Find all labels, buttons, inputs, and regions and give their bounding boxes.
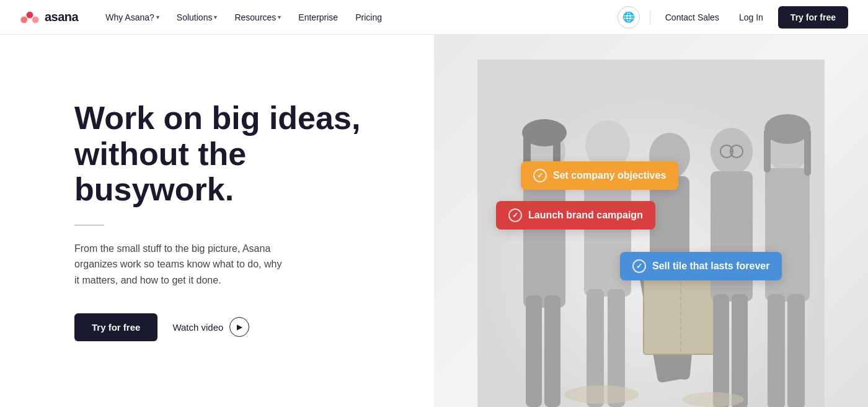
badge-launch-campaign: ✓ Launch brand campaign <box>496 201 655 230</box>
nav-item-enterprise[interactable]: Enterprise <box>291 9 345 26</box>
check-icon: ✓ <box>632 259 646 273</box>
nav-right: 🌐 Contact Sales Log In Try for free <box>618 6 848 29</box>
svg-point-0 <box>27 11 33 18</box>
navbar: asana Why Asana? ▾ Solutions ▾ Resources… <box>0 0 868 35</box>
svg-rect-25 <box>732 294 748 407</box>
svg-rect-24 <box>713 294 729 407</box>
svg-rect-27 <box>765 168 810 302</box>
hero-try-free-button[interactable]: Try for free <box>74 313 157 341</box>
nav-divider <box>650 10 650 25</box>
svg-rect-29 <box>787 294 805 407</box>
svg-rect-28 <box>768 294 785 407</box>
nav-item-why-asana[interactable]: Why Asana? ▾ <box>98 9 167 26</box>
hero-left: Work on big ideas, without the busywork.… <box>0 35 434 407</box>
hero-divider <box>74 225 104 226</box>
login-link[interactable]: Log In <box>734 9 768 26</box>
hero-description: From the small stuff to the big picture,… <box>74 241 285 288</box>
svg-point-30 <box>564 385 639 404</box>
svg-rect-37 <box>804 129 811 176</box>
hero-right: ✓ Set company objectives ✓ Launch brand … <box>434 35 868 407</box>
svg-point-1 <box>20 16 27 23</box>
svg-rect-5 <box>523 171 565 308</box>
svg-point-31 <box>682 392 744 407</box>
hero-section: Work on big ideas, without the busywork.… <box>0 35 868 407</box>
chevron-down-icon: ▾ <box>214 14 217 20</box>
nav-item-solutions[interactable]: Solutions ▾ <box>169 9 225 26</box>
hero-headline: Work on big ideas, without the busywork. <box>74 101 384 207</box>
watch-video-button[interactable]: Watch video ▶ <box>172 317 249 337</box>
check-icon: ✓ <box>508 208 522 222</box>
chevron-down-icon: ▾ <box>156 14 159 20</box>
people-illustration <box>477 60 825 407</box>
svg-rect-36 <box>764 129 771 172</box>
language-button[interactable]: 🌐 <box>618 6 640 29</box>
nav-try-free-button[interactable]: Try for free <box>778 6 848 29</box>
contact-sales-link[interactable]: Contact Sales <box>660 9 724 26</box>
nav-item-resources[interactable]: Resources ▾ <box>227 9 288 26</box>
svg-rect-6 <box>526 295 542 407</box>
play-icon: ▶ <box>229 317 249 337</box>
svg-point-2 <box>32 16 39 23</box>
hero-actions: Try for free Watch video ▶ <box>74 313 384 341</box>
chevron-down-icon: ▾ <box>278 14 281 20</box>
logo[interactable]: asana <box>20 10 78 24</box>
svg-rect-23 <box>711 171 753 302</box>
nav-item-pricing[interactable]: Pricing <box>348 9 389 26</box>
badge-set-objectives: ✓ Set company objectives <box>521 161 678 190</box>
logo-text: asana <box>45 10 78 24</box>
svg-rect-7 <box>544 295 560 407</box>
nav-links: Why Asana? ▾ Solutions ▾ Resources ▾ Ent… <box>98 9 618 26</box>
svg-point-35 <box>764 114 810 144</box>
badge-sell-tile: ✓ Sell tile that lasts forever <box>620 252 782 280</box>
check-icon: ✓ <box>533 169 547 182</box>
